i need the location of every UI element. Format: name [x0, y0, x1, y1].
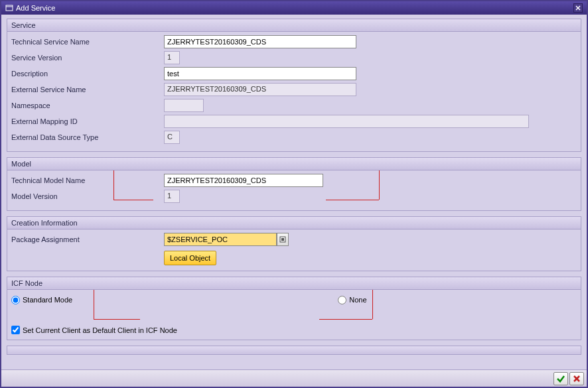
package-assignment-label: Package Assignment — [11, 235, 164, 243]
titlebar: Add Service — [1, 1, 587, 15]
external-mapping-id-field — [164, 115, 529, 128]
standard-mode-radio-item[interactable]: Standard Mode — [11, 296, 72, 304]
f4-help-button[interactable] — [277, 233, 289, 246]
tech-model-name-label: Technical Model Name — [11, 176, 117, 184]
svg-rect-0 — [6, 5, 13, 11]
none-radio[interactable] — [338, 296, 346, 304]
external-mapping-id-label: External Mapping ID — [11, 117, 164, 125]
default-client-checkbox[interactable] — [11, 326, 20, 334]
external-service-name-label: External Service Name — [11, 86, 164, 94]
service-version-label: Service Version — [11, 54, 164, 62]
none-radio-item[interactable]: None — [338, 296, 366, 304]
external-data-source-label: External Data Source Type — [11, 133, 164, 141]
model-header: Model — [7, 158, 581, 170]
model-group: Model Technical Model Name Model Version… — [7, 157, 581, 211]
service-group: Service Technical Service Name Service V… — [7, 19, 581, 152]
package-assignment-input[interactable] — [164, 233, 277, 246]
window-title: Add Service — [16, 4, 55, 12]
none-label: None — [349, 296, 366, 304]
standard-mode-label: Standard Mode — [23, 296, 72, 304]
annotation-line — [372, 290, 373, 319]
icf-node-header: ICF Node — [7, 277, 581, 290]
standard-mode-radio[interactable] — [11, 296, 20, 304]
ok-button[interactable] — [553, 372, 568, 385]
namespace-field — [164, 99, 204, 112]
close-icon — [575, 5, 581, 11]
annotation-line — [94, 290, 94, 319]
cancel-button[interactable] — [569, 372, 584, 385]
annotation-line — [113, 200, 153, 200]
model-version-field: 1 — [164, 190, 180, 203]
default-client-label: Set Current Client as Default Client in … — [23, 326, 177, 334]
svg-rect-5 — [281, 238, 284, 241]
model-version-label: Model Version — [11, 192, 117, 200]
icf-node-group: ICF Node Standard Mode None — [7, 277, 581, 340]
description-label: Description — [11, 70, 164, 78]
partial-group — [7, 346, 581, 355]
external-service-name-field: ZJERRYTEST20160309_CDS — [164, 83, 356, 96]
annotation-line — [113, 170, 114, 200]
annotation-line — [319, 319, 372, 320]
service-header: Service — [7, 19, 581, 32]
cancel-icon — [573, 375, 581, 383]
description-input[interactable] — [164, 67, 356, 80]
annotation-line — [379, 170, 380, 200]
f4-icon — [279, 236, 286, 243]
external-data-source-field: C — [164, 131, 180, 144]
annotation-line — [94, 319, 140, 320]
creation-info-group: Creation Information Package Assignment … — [7, 216, 581, 271]
content-area: Service Technical Service Name Service V… — [1, 15, 587, 369]
dialog-footer — [1, 369, 587, 387]
close-button[interactable] — [573, 3, 583, 13]
namespace-label: Namespace — [11, 101, 164, 109]
creation-info-header: Creation Information — [7, 217, 581, 229]
tech-service-name-label: Technical Service Name — [11, 38, 164, 46]
annotation-line — [326, 200, 379, 200]
tech-model-name-input[interactable] — [164, 174, 323, 187]
add-service-dialog: Add Service Service Technical Service Na… — [0, 0, 588, 388]
window-icon — [5, 4, 13, 12]
tech-service-name-input[interactable] — [164, 35, 356, 48]
local-object-button[interactable]: Local Object — [164, 251, 216, 265]
service-version-field: 1 — [164, 51, 180, 64]
check-icon — [556, 374, 565, 383]
